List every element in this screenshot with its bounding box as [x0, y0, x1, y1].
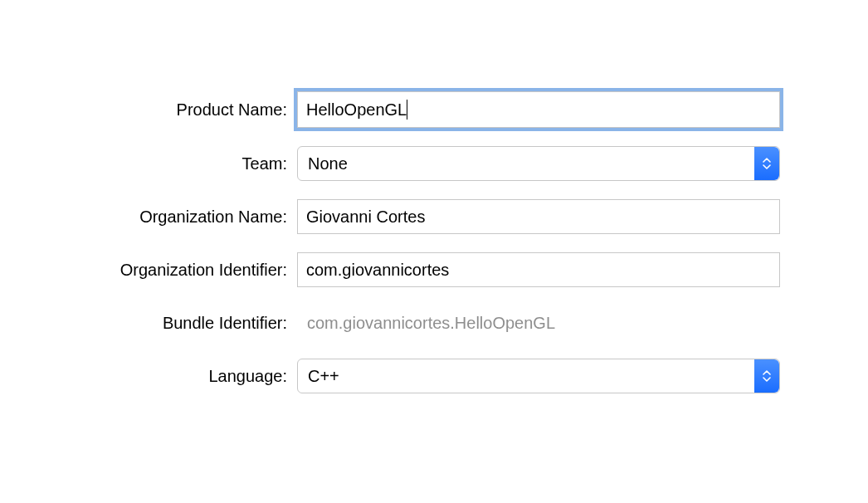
- organization-identifier-row: Organization Identifier:: [91, 252, 780, 287]
- team-value: None: [308, 154, 348, 173]
- bundle-identifier-label: Bundle Identifier:: [91, 314, 297, 333]
- bundle-identifier-row: Bundle Identifier: com.giovannicortes.He…: [91, 305, 780, 340]
- product-name-input-wrap[interactable]: HelloOpenGL: [297, 91, 780, 128]
- language-value: C++: [308, 367, 339, 386]
- organization-name-input[interactable]: [297, 199, 780, 234]
- team-label: Team:: [91, 154, 297, 173]
- product-name-label: Product Name:: [91, 100, 297, 120]
- organization-identifier-label: Organization Identifier:: [91, 261, 297, 280]
- language-row: Language: C++: [91, 359, 780, 393]
- product-name-value: HelloOpenGL: [306, 100, 407, 120]
- organization-name-row: Organization Name:: [91, 199, 780, 234]
- new-project-options-form: Product Name: HelloOpenGL Team: None Org…: [91, 91, 780, 412]
- organization-name-label: Organization Name:: [91, 208, 297, 227]
- language-label: Language:: [91, 367, 297, 386]
- organization-identifier-input[interactable]: [297, 252, 780, 287]
- product-name-row: Product Name: HelloOpenGL: [91, 91, 780, 128]
- team-select[interactable]: None: [297, 146, 780, 181]
- bundle-identifier-value: com.giovannicortes.HelloOpenGL: [297, 305, 780, 340]
- team-row: Team: None: [91, 146, 780, 181]
- language-select[interactable]: C++: [297, 359, 780, 393]
- chevron-up-down-icon: [754, 359, 779, 393]
- text-cursor: [407, 100, 407, 120]
- chevron-up-down-icon: [754, 147, 779, 180]
